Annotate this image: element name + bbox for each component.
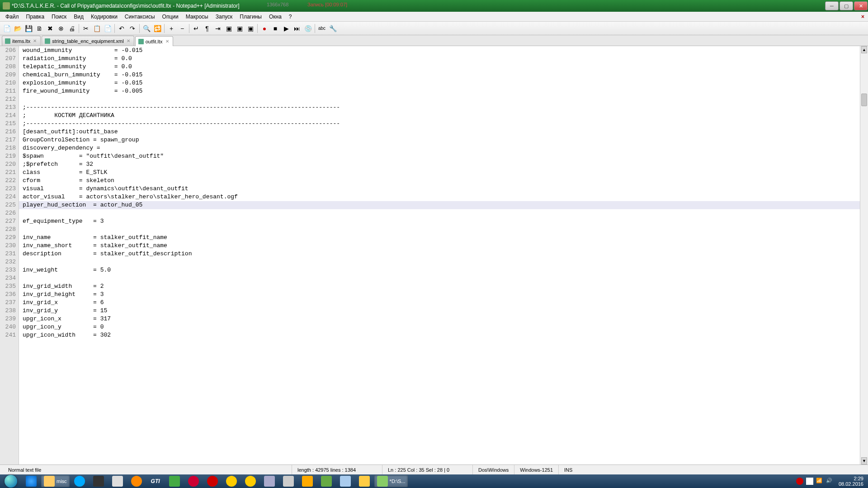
menu-плагины[interactable]: Плагины (236, 13, 265, 21)
doc-map-button[interactable]: ▣ (235, 23, 245, 33)
code-line[interactable]: inv_name = stalker_outfit_name (19, 234, 860, 242)
code-line[interactable]: chemical_burn_immunity = -0.015 (19, 71, 860, 79)
taskbar-app3[interactable] (165, 475, 184, 487)
spellcheck-button[interactable]: abc (317, 23, 327, 33)
start-button[interactable] (0, 474, 22, 488)
code-line[interactable]: inv_grid_height = 3 (19, 291, 860, 299)
menu-синтаксисы[interactable]: Синтаксисы (121, 13, 159, 21)
code-line[interactable]: inv_weight = 5.0 (19, 266, 860, 274)
close-all-button[interactable]: ⊗ (56, 23, 66, 33)
replace-button[interactable]: 🔁 (152, 23, 162, 33)
code-line[interactable]: ; КОСТЮМ ДЕСАНТНИКА (19, 112, 860, 120)
vertical-scrollbar[interactable]: ▲ ▼ (860, 46, 868, 465)
taskbar-radiation2[interactable] (241, 475, 259, 487)
tab-outfit-ltx[interactable]: outfit.ltx✕ (135, 36, 173, 46)
scroll-down-button[interactable]: ▼ (861, 457, 867, 465)
taskbar-blender[interactable] (127, 475, 146, 487)
taskbar-app6[interactable] (298, 475, 316, 487)
tray-clock[interactable]: 2:29 08.02.2016 (836, 476, 866, 487)
code-line[interactable] (19, 258, 860, 266)
code-line[interactable] (19, 274, 860, 282)
code-line[interactable]: wound_immunity = -0.015 (19, 47, 860, 55)
menu-макросы[interactable]: Макросы (182, 13, 212, 21)
code-line[interactable]: inv_grid_x = 6 (19, 299, 860, 307)
close-file-button[interactable]: ✖ (45, 23, 55, 33)
zoom-out-button[interactable]: − (177, 23, 187, 33)
tab-close-icon[interactable]: ✕ (32, 38, 38, 43)
scroll-thumb[interactable] (861, 94, 867, 106)
tray-volume-icon[interactable]: 🔊 (826, 478, 833, 485)
code-line[interactable]: description = stalker_outfit_description (19, 250, 860, 258)
save-button[interactable]: 💾 (24, 23, 33, 33)
menu-вид[interactable]: Вид (70, 13, 87, 21)
taskbar-ie[interactable] (22, 475, 40, 487)
code-editor[interactable]: wound_immunity = -0.015radiation_immunit… (19, 46, 860, 465)
undo-button[interactable]: ↶ (117, 23, 127, 33)
find-button[interactable]: 🔍 (142, 23, 151, 33)
code-line[interactable]: upgr_icon_x = 317 (19, 315, 860, 323)
taskbar-app2[interactable] (108, 475, 127, 487)
taskbar-app9[interactable] (355, 475, 373, 487)
macro-record-button[interactable]: ● (259, 23, 269, 33)
code-line[interactable]: radiation_immunity = 0.0 (19, 55, 860, 63)
code-line[interactable]: discovery_dependency = (19, 144, 860, 152)
code-line[interactable]: inv_grid_width = 2 (19, 282, 860, 291)
taskbar-app8[interactable] (336, 475, 354, 487)
taskbar-notepadpp[interactable]: *D:\S... (374, 475, 408, 487)
fold-button[interactable]: ▣ (224, 23, 234, 33)
redo-button[interactable]: ↷ (127, 23, 137, 33)
code-line[interactable]: $spawn = "outfit\desant_outfit" (19, 152, 860, 160)
code-line[interactable]: inv_name_short = stalker_outfit_name (19, 242, 860, 250)
code-line[interactable]: ;---------------------------------------… (19, 120, 860, 128)
print-button[interactable]: 🖨 (67, 23, 77, 33)
code-line[interactable]: cform = skeleton (19, 177, 860, 185)
code-line[interactable]: inv_grid_y = 15 (19, 307, 860, 315)
taskbar-app1[interactable] (90, 475, 108, 487)
taskbar-app5[interactable] (279, 475, 297, 487)
paste-button[interactable]: 📄 (103, 23, 113, 33)
open-file-button[interactable]: 📂 (13, 23, 23, 33)
taskbar-record[interactable] (203, 475, 222, 487)
taskbar-opera[interactable] (184, 475, 203, 487)
code-line[interactable]: GroupControlSection = spawn_group (19, 136, 860, 144)
tab-close-icon[interactable]: ✕ (165, 39, 170, 44)
code-line[interactable]: telepatic_immunity = 0.0 (19, 63, 860, 71)
tray-network-icon[interactable]: 📶 (816, 478, 823, 485)
code-line[interactable]: explosion_immunity = -0.015 (19, 79, 860, 87)
code-line[interactable] (19, 225, 860, 234)
code-line[interactable] (19, 95, 860, 103)
tab-string_table_enc_equipment-xml[interactable]: string_table_enc_equipment.xml✕ (42, 36, 134, 46)
taskbar-skype[interactable] (71, 475, 89, 487)
menu-окна[interactable]: Окна (265, 13, 285, 21)
taskbar-explorer[interactable]: misc (41, 475, 70, 487)
wrap-button[interactable]: ↵ (191, 23, 201, 33)
taskbar-app4[interactable] (260, 475, 278, 487)
code-line[interactable]: upgr_icon_width = 302 (19, 331, 860, 339)
tab-items-ltx[interactable]: items.ltx✕ (2, 36, 41, 46)
macro-save-button[interactable]: 💿 (303, 23, 313, 33)
code-line[interactable]: player_hud_section = actor_hud_05 (19, 201, 860, 209)
menu-?[interactable]: ? (285, 13, 296, 21)
tab-close-icon[interactable]: ✕ (126, 38, 131, 43)
macro-play-multi-button[interactable]: ⏭ (292, 23, 302, 33)
tray-record-icon[interactable] (796, 478, 803, 485)
tray-flag-icon[interactable] (806, 478, 813, 485)
code-line[interactable] (19, 209, 860, 217)
menu-опции[interactable]: Опции (159, 13, 182, 21)
menu-правка[interactable]: Правка (23, 13, 48, 21)
code-line[interactable]: upgr_icon_y = 0 (19, 323, 860, 331)
copy-button[interactable]: 📋 (92, 23, 102, 33)
menu-поиск[interactable]: Поиск (48, 13, 70, 21)
maximize-button[interactable]: ▢ (840, 1, 853, 10)
menubar-close-icon[interactable]: × (859, 14, 866, 20)
func-list-button[interactable]: ▣ (245, 23, 255, 33)
save-all-button[interactable]: 🗎 (34, 23, 44, 33)
taskbar-app7[interactable] (317, 475, 335, 487)
macro-play-button[interactable]: ▶ (281, 23, 291, 33)
code-line[interactable]: ;---------------------------------------… (19, 103, 860, 112)
code-line[interactable]: ;$prefetch = 32 (19, 160, 860, 169)
zoom-in-button[interactable]: + (166, 23, 176, 33)
code-line[interactable]: visual = dynamics\outfit\desant_outfit (19, 185, 860, 193)
macro-stop-button[interactable]: ■ (270, 23, 280, 33)
menu-запуск[interactable]: Запуск (212, 13, 236, 21)
